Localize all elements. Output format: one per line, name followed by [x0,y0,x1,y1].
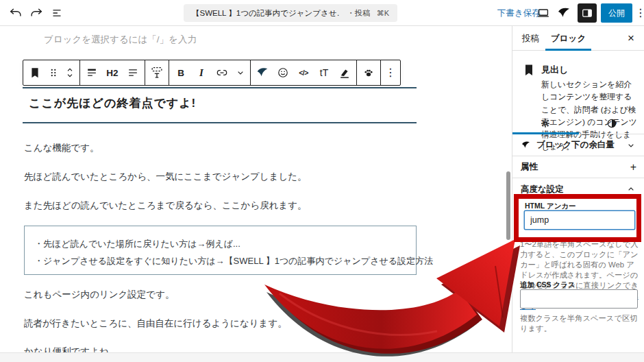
ellipsis-icon: ⋮ [635,8,644,19]
block-card-title: 見出し [541,64,568,76]
settings-sidebar-toggle[interactable] [578,3,597,23]
redo-icon [29,5,44,21]
panel-label: ブロック下の余白量 [536,139,615,151]
heading-style-button[interactable] [82,61,102,84]
block-mover[interactable] [62,61,78,84]
swell-settings-button[interactable] [555,4,573,22]
active-tab-underline [545,49,591,51]
swell-format-button[interactable] [252,61,273,84]
link-button[interactable] [212,61,232,84]
heading-block-icon [27,65,42,80]
toolbar-group-block [23,60,80,85]
cap-height-icon [149,65,164,80]
bold-button[interactable]: B [171,61,191,84]
redo-button[interactable] [27,4,45,22]
font-size-button[interactable]: tT [314,61,334,84]
heading-level-button[interactable]: H2 [102,61,123,84]
additional-css-label: 追加 CSS クラス [520,280,575,290]
editor-canvas[interactable]: ブロックを選択するには「/」を入力 [0,26,512,362]
format-more-button[interactable] [232,61,249,84]
panel-attributes[interactable]: 属性 + [512,156,644,178]
sidebar-panel-icon [580,6,594,20]
document-title: 【SWELL 】1つの記事内でジャンプさせ… [192,8,340,19]
tab-settings[interactable] [512,114,578,132]
preview-button[interactable] [534,4,552,22]
paragraph-block[interactable]: 先ほど読んでいたところから、一気にここまでジャンプしました。 [24,171,307,183]
editor-topbar: 【SWELL 】1つの記事内でジャンプさせ… ・投稿 ⌘K 下書き保存 公開 ⋮ [0,0,644,26]
panel-block-spacing[interactable]: ブロック下の余白量 [512,134,644,156]
gear-icon [539,117,552,130]
html-anchor-input[interactable] [524,210,635,230]
editor-scrollbar[interactable] [506,171,510,240]
cap-style-button[interactable] [147,61,167,84]
heading-level-label: H2 [106,68,118,78]
panel-label: 高度な設定 [521,184,564,195]
document-type: ・投稿 [347,8,369,19]
list-view-icon [49,5,64,21]
paragraph-block[interactable]: これもページ内のリンク設定です。 [24,289,174,301]
paragraph-block[interactable]: 読者が行きたいところに、自由自在に行けるようになります。 [24,317,287,330]
inline-code-button[interactable]: </> [293,61,314,84]
document-title-bar[interactable]: 【SWELL 】1つの記事内でジャンプさせ… ・投稿 ⌘K [184,4,397,22]
chevron-down-icon [235,67,246,78]
align-text-icon [126,66,140,80]
additional-css-input[interactable] [520,289,638,309]
tab-styles[interactable] [579,114,644,132]
jump-link-line[interactable]: ・先ほど読んでいた場所に戻りたい方は→例えば... [34,235,416,252]
swell-swallow-icon [256,66,269,80]
toolbar-group-format: B I [169,60,251,85]
additional-css-help: 複数クラスを半角スペースで区切ります。 [520,313,641,334]
toolbar-group-swell: </> tT [251,60,357,85]
heading-top-border [23,87,417,88]
laptop-icon [536,5,551,21]
tab-post[interactable]: 投稿 [522,26,539,51]
publish-button[interactable]: 公開 [601,3,632,23]
sidebar-inspector-tabs [512,113,644,134]
italic-button[interactable]: I [191,61,212,84]
font-size-icon: tT [320,67,328,78]
canvas-bottom-edge [0,352,644,362]
block-options-button[interactable]: ⋮ [382,61,399,84]
jump-link-line[interactable]: ・ジャンプさせる設定をすぐに知りたい方は→【SWELL 】1つの記事内でジャンプ… [34,252,416,269]
close-sidebar-button[interactable]: × [623,30,639,47]
text-align-button[interactable] [123,61,143,84]
toolbar-group-paw [357,60,381,85]
block-toolbar: H2 B [23,60,401,86]
highlighter-icon [338,66,351,80]
undo-button[interactable] [7,4,25,22]
toolbar-group-heading: H2 [80,60,145,85]
italic-label: I [199,67,203,79]
paragraph-block[interactable]: また先ほどの読んでいたところまで戻るなら、ここから戻れます。 [24,200,307,212]
link-icon [215,66,229,80]
paw-icon [362,66,375,80]
html-anchor-label: HTML アンカー [525,202,576,211]
settings-sidebar: 投稿 ブロック × 見出し 新しいセクションを紹介しコンテンツを整理することで、… [512,26,644,352]
undo-icon [8,5,23,21]
panel-advanced-settings[interactable]: 高度な設定 [512,178,644,200]
heading-block-icon [521,62,537,81]
toolbar-group-cap [145,60,169,85]
heading-block[interactable]: ここが先ほどの終着点ですよ! [29,95,196,111]
wordpress-block-editor: 【SWELL 】1つの記事内でジャンプさせ… ・投稿 ⌘K 下書き保存 公開 ⋮ [0,0,644,362]
paragraph-block[interactable]: こんな機能です。 [24,142,99,154]
list-view-button[interactable] [48,4,66,22]
plus-icon: + [630,161,636,173]
drag-dots-icon [47,67,60,79]
ellipsis-icon: ⋮ [385,67,396,78]
block-appender-placeholder[interactable]: ブロックを選択するには「/」を入力 [44,34,197,46]
animal-stamp-button[interactable] [358,61,379,84]
emoji-button[interactable] [273,61,293,84]
highlight-button[interactable] [334,61,355,84]
tab-block[interactable]: ブロック [551,26,586,51]
code-icon: </> [299,69,308,77]
chevron-up-icon [626,184,636,195]
block-type-button[interactable] [25,61,45,84]
swell-swallow-icon [556,5,571,21]
jump-links-box[interactable]: ・先ほど読んでいた場所に戻りたい方は→例えば... ・ジャンプさせる設定をすぐに… [24,226,417,275]
heading-bottom-border [23,122,417,123]
options-menu-button[interactable]: ⋮ [632,4,644,22]
toolbar-group-more: ⋮ [381,60,400,85]
chevron-down-icon [626,140,636,151]
drag-handle[interactable] [45,61,62,84]
bold-label: B [177,68,184,78]
